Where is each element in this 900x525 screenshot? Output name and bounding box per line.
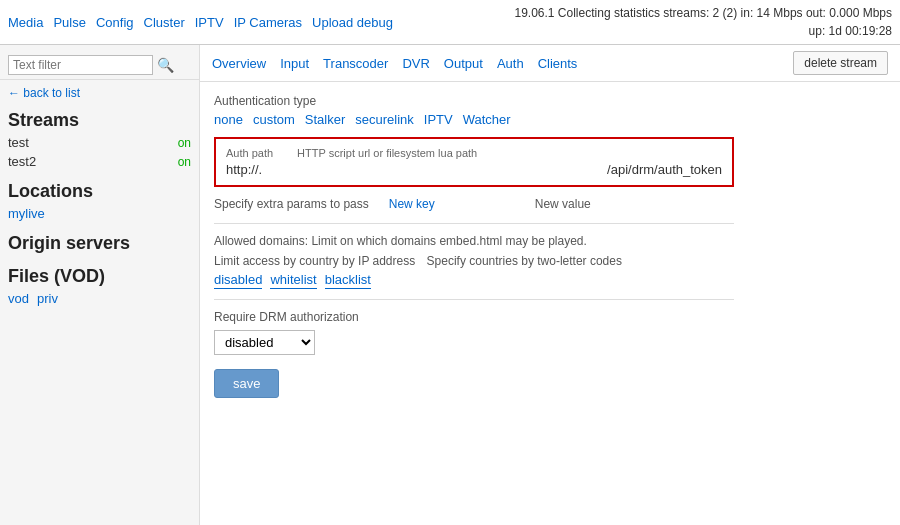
stream-name-test2[interactable]: test2 <box>8 154 36 169</box>
top-status: 19.06.1 Collecting statistics streams: 2… <box>514 4 892 40</box>
nav-upload-debug[interactable]: Upload debug <box>312 15 393 30</box>
extra-params-row: Specify extra params to pass New key New… <box>214 197 734 211</box>
auth-path-input[interactable] <box>262 162 607 177</box>
drm-label: Require DRM authorization <box>214 310 886 324</box>
auth-path-field-label: Auth path <box>226 147 273 159</box>
status-line1: 19.06.1 Collecting statistics streams: 2… <box>514 4 892 22</box>
auth-type-none[interactable]: none <box>214 112 243 127</box>
tab-overview[interactable]: Overview <box>212 56 266 71</box>
auth-path-input-row: http://. /api/drm/auth_token <box>226 162 722 177</box>
auth-type-watcher[interactable]: Watcher <box>463 112 511 127</box>
content-area: Authentication type none custom Stalker … <box>200 82 900 410</box>
main-content: Overview Input Transcoder DVR Output Aut… <box>200 45 900 525</box>
sidebar: 🔍 ← back to list Streams test on test2 o… <box>0 45 200 525</box>
search-icon: 🔍 <box>157 57 174 73</box>
separator1 <box>214 223 734 224</box>
files-vod-title: Files (VOD) <box>0 256 199 289</box>
field-label-row: Auth path HTTP script url or filesystem … <box>226 147 722 159</box>
separator2 <box>214 299 734 300</box>
tab-output[interactable]: Output <box>444 56 483 71</box>
new-value-label: New value <box>535 197 591 211</box>
http-script-label: HTTP script url or filesystem lua path <box>297 147 477 159</box>
save-button[interactable]: save <box>214 369 279 398</box>
sub-nav: Overview Input Transcoder DVR Output Aut… <box>200 45 900 82</box>
tab-auth[interactable]: Auth <box>497 56 524 71</box>
stream-status-test[interactable]: on <box>178 136 191 150</box>
stream-name-test[interactable]: test <box>8 135 29 150</box>
top-nav: Media Pulse Config Cluster IPTV IP Camer… <box>0 0 900 45</box>
status-line2: up: 1d 00:19:28 <box>514 22 892 40</box>
auth-type-securelink[interactable]: securelink <box>355 112 414 127</box>
auth-type-iptv[interactable]: IPTV <box>424 112 453 127</box>
locations-section-title: Locations <box>0 171 199 204</box>
ip-access-blacklist[interactable]: blacklist <box>325 272 371 289</box>
nav-cluster[interactable]: Cluster <box>144 15 185 30</box>
tab-input[interactable]: Input <box>280 56 309 71</box>
vod-link[interactable]: vod <box>8 291 29 306</box>
tab-dvr[interactable]: DVR <box>402 56 429 71</box>
priv-link[interactable]: priv <box>37 291 58 306</box>
nav-iptv[interactable]: IPTV <box>195 15 224 30</box>
layout: 🔍 ← back to list Streams test on test2 o… <box>0 45 900 525</box>
auth-type-custom[interactable]: custom <box>253 112 295 127</box>
extra-params-label: Specify extra params to pass <box>214 197 369 211</box>
delete-stream-button[interactable]: delete stream <box>793 51 888 75</box>
auth-type-links: none custom Stalker securelink IPTV Watc… <box>214 112 886 127</box>
location-mylive[interactable]: mylive <box>0 204 199 223</box>
text-filter-input[interactable] <box>8 55 153 75</box>
stream-item-test2: test2 on <box>0 152 199 171</box>
nav-config[interactable]: Config <box>96 15 134 30</box>
filter-row: 🔍 <box>0 51 199 80</box>
stream-status-test2[interactable]: on <box>178 155 191 169</box>
ip-access-label: Limit access by country by IP address Sp… <box>214 254 886 268</box>
vod-links-row: vod priv <box>0 289 199 308</box>
nav-pulse[interactable]: Pulse <box>53 15 86 30</box>
ip-access-disabled[interactable]: disabled <box>214 272 262 289</box>
origin-servers-title: Origin servers <box>0 223 199 256</box>
auth-type-stalker[interactable]: Stalker <box>305 112 345 127</box>
ip-access-links: disabled whitelist blacklist <box>214 272 886 289</box>
back-to-list-link[interactable]: ← back to list <box>0 84 199 106</box>
tab-clients[interactable]: Clients <box>538 56 578 71</box>
auth-path-box: Auth path HTTP script url or filesystem … <box>214 137 734 187</box>
nav-ip-cameras[interactable]: IP Cameras <box>234 15 302 30</box>
streams-section-title: Streams <box>0 106 199 133</box>
auth-type-label: Authentication type <box>214 94 886 108</box>
sub-nav-links: Overview Input Transcoder DVR Output Aut… <box>212 56 577 71</box>
top-nav-links: Media Pulse Config Cluster IPTV IP Camer… <box>8 15 393 30</box>
ip-access-whitelist[interactable]: whitelist <box>270 272 316 289</box>
allowed-domains-text: Allowed domains: Limit on which domains … <box>214 234 886 248</box>
tab-transcoder[interactable]: Transcoder <box>323 56 388 71</box>
auth-path-suffix: /api/drm/auth_token <box>607 162 722 177</box>
auth-path-prefix: http://. <box>226 162 262 177</box>
nav-media[interactable]: Media <box>8 15 43 30</box>
stream-item-test: test on <box>0 133 199 152</box>
new-key-link[interactable]: New key <box>389 197 435 211</box>
ip-access-label-text: Limit access by country by IP address <box>214 254 415 268</box>
ip-specify-label: Specify countries by two-letter codes <box>427 254 622 268</box>
drm-select[interactable]: disabled enabled <box>214 330 315 355</box>
